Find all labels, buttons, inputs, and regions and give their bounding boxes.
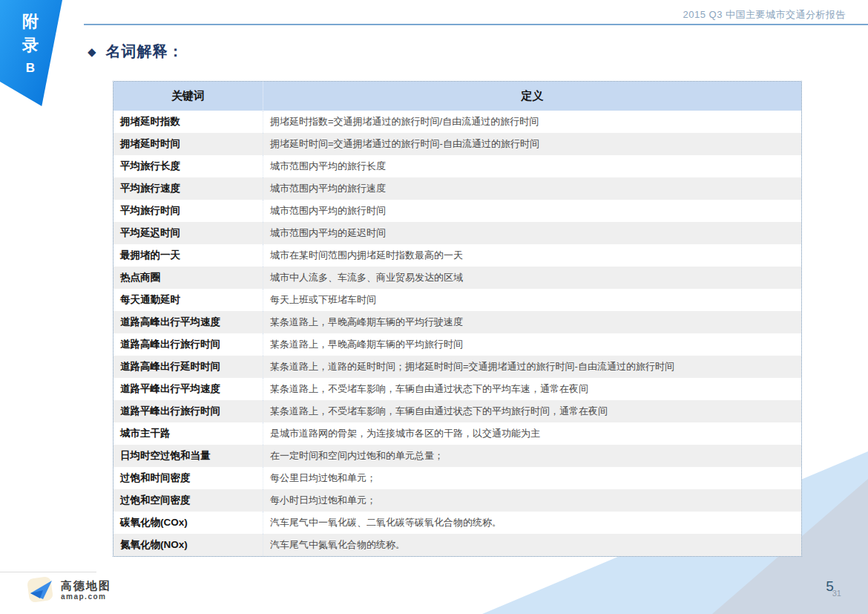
definition-cell: 拥堵延时时间=交通拥堵通过的旅行时间-自由流通过的旅行时间 (263, 133, 801, 155)
section-title: 名词解释： (106, 42, 184, 62)
diamond-bullet-icon: ◆ (88, 46, 96, 57)
appendix-ribbon: 附 录 B (0, 0, 62, 106)
keyword-cell: 拥堵延时时间 (114, 133, 263, 155)
keyword-cell: 道路高峰出行平均速度 (114, 311, 263, 333)
ribbon-char-3: B (16, 57, 45, 79)
ribbon-char-1: 附 (16, 10, 45, 33)
ribbon-char-2: 录 (16, 33, 45, 57)
table-row: 最拥堵的一天城市在某时间范围内拥堵延时指数最高的一天 (114, 244, 801, 267)
table-row: 道路高峰出行旅行时间某条道路上，早晚高峰期车辆的平均旅行时间 (114, 333, 801, 356)
keyword-cell: 每天通勤延时 (114, 289, 263, 311)
page-number: 531 (826, 578, 843, 595)
table-row: 氮氧化物(NOx)汽车尾气中氮氧化合物的统称。 (114, 534, 801, 556)
table-row: 道路平峰出行平均速度某条道路上，不受堵车影响，车辆自由通过状态下的平均车速，通常… (114, 378, 801, 400)
appendix-ribbon-label: 附 录 B (16, 10, 45, 79)
footer-divider-line (0, 572, 96, 572)
definition-cell: 城市中人流多、车流多、商业贸易发达的区域 (263, 267, 801, 289)
keyword-cell: 氮氧化物(NOx) (114, 534, 263, 556)
keyword-cell: 最拥堵的一天 (114, 244, 263, 267)
definition-cell: 城市范围内平均的旅行时间 (263, 200, 801, 222)
definition-cell: 城市范围内平均的旅行长度 (263, 155, 801, 177)
amap-logo-text: 高德地图 amap.com (61, 580, 111, 601)
table-row: 拥堵延时时间拥堵延时时间=交通拥堵通过的旅行时间-自由流通过的旅行时间 (114, 133, 801, 155)
table-row: 平均旅行时间城市范围内平均的旅行时间 (114, 200, 801, 222)
section-heading: ◆ 名词解释： (88, 42, 184, 62)
glossary-table-header: 关键词 定义 (114, 82, 801, 111)
keyword-cell: 过饱和空间密度 (114, 489, 263, 512)
report-title: 2015 Q3 中国主要城市交通分析报告 (683, 8, 846, 22)
table-row: 拥堵延时指数拥堵延时指数=交通拥堵通过的旅行时间/自由流通过的旅行时间 (114, 111, 801, 133)
definition-cell: 某条道路上，道路的延时时间；拥堵延时时间=交通拥堵通过的旅行时间-自由流通过的旅… (263, 356, 801, 378)
definition-cell: 城市范围内平均的延迟时间 (263, 222, 801, 244)
table-row: 过饱和空间密度每小时日均过饱和单元； (114, 489, 801, 512)
definition-cell: 城市范围内平均的旅行速度 (263, 177, 801, 200)
definition-cell: 汽车尾气中氮氧化合物的统称。 (263, 534, 801, 556)
definition-cell: 某条道路上，早晚高峰期车辆的平均旅行时间 (263, 333, 801, 356)
keyword-cell: 道路平峰出行平均速度 (114, 378, 263, 400)
table-row: 过饱和时间密度每公里日均过饱和单元； (114, 467, 801, 489)
column-header-keyword: 关键词 (114, 82, 263, 111)
column-header-definition: 定义 (263, 82, 801, 111)
definition-cell: 每天上班或下班堵车时间 (263, 289, 801, 311)
table-row: 每天通勤延时每天上班或下班堵车时间 (114, 289, 801, 311)
keyword-cell: 城市主干路 (114, 422, 263, 445)
keyword-cell: 道路高峰出行旅行时间 (114, 333, 263, 356)
paper-plane-icon (27, 576, 55, 604)
definition-cell: 每公里日均过饱和单元； (263, 467, 801, 489)
keyword-cell: 热点商圈 (114, 267, 263, 289)
definition-cell: 城市在某时间范围内拥堵延时指数最高的一天 (263, 244, 801, 267)
keyword-cell: 平均旅行时间 (114, 200, 263, 222)
keyword-cell: 平均旅行速度 (114, 177, 263, 200)
keyword-cell: 过饱和时间密度 (114, 467, 263, 489)
page-number-total: 31 (832, 589, 841, 598)
keyword-cell: 道路平峰出行旅行时间 (114, 400, 263, 422)
keyword-cell: 平均延迟时间 (114, 222, 263, 244)
definition-cell: 每小时日均过饱和单元； (263, 489, 801, 512)
definition-cell: 在一定时间和空间内过饱和的单元总量； (263, 445, 801, 467)
table-row: 道路平峰出行旅行时间某条道路上，不受堵车影响，车辆自由通过状态下的平均旅行时间，… (114, 400, 801, 422)
definition-cell: 某条道路上，不受堵车影响，车辆自由通过状态下的平均车速，通常在夜间 (263, 378, 801, 400)
table-row: 平均旅行长度城市范围内平均的旅行长度 (114, 155, 801, 177)
header-divider-line (84, 24, 868, 25)
definition-cell: 是城市道路网的骨架，为连接城市各区的干路，以交通功能为主 (263, 422, 801, 445)
definition-cell: 某条道路上，早晚高峰期车辆的平均行驶速度 (263, 311, 801, 333)
keyword-cell: 道路高峰出行延时时间 (114, 356, 263, 378)
table-row: 日均时空过饱和当量在一定时间和空间内过饱和的单元总量； (114, 445, 801, 467)
table-row: 城市主干路是城市道路网的骨架，为连接城市各区的干路，以交通功能为主 (114, 422, 801, 445)
glossary-table: 关键词 定义 拥堵延时指数拥堵延时指数=交通拥堵通过的旅行时间/自由流通过的旅行… (113, 81, 802, 557)
table-row: 热点商圈城市中人流多、车流多、商业贸易发达的区域 (114, 267, 801, 289)
keyword-cell: 日均时空过饱和当量 (114, 445, 263, 467)
definition-cell: 某条道路上，不受堵车影响，车辆自由通过状态下的平均旅行时间，通常在夜间 (263, 400, 801, 422)
amap-logo-name: 高德地图 (61, 580, 111, 592)
definition-cell: 汽车尾气中一氧化碳、二氧化碳等碳氧化合物的统称。 (263, 512, 801, 534)
amap-logo-domain: amap.com (61, 592, 111, 601)
amap-logo: 高德地图 amap.com (27, 576, 111, 604)
table-row: 道路高峰出行延时时间某条道路上，道路的延时时间；拥堵延时时间=交通拥堵通过的旅行… (114, 356, 801, 378)
definition-cell: 拥堵延时指数=交通拥堵通过的旅行时间/自由流通过的旅行时间 (263, 111, 801, 133)
table-row: 平均旅行速度城市范围内平均的旅行速度 (114, 177, 801, 200)
table-row: 碳氧化物(COx)汽车尾气中一氧化碳、二氧化碳等碳氧化合物的统称。 (114, 512, 801, 534)
glossary-table-body: 拥堵延时指数拥堵延时指数=交通拥堵通过的旅行时间/自由流通过的旅行时间拥堵延时时… (114, 111, 801, 556)
table-row: 平均延迟时间城市范围内平均的延迟时间 (114, 222, 801, 244)
table-row: 道路高峰出行平均速度某条道路上，早晚高峰期车辆的平均行驶速度 (114, 311, 801, 333)
keyword-cell: 碳氧化物(COx) (114, 512, 263, 534)
keyword-cell: 平均旅行长度 (114, 155, 263, 177)
keyword-cell: 拥堵延时指数 (114, 111, 263, 133)
